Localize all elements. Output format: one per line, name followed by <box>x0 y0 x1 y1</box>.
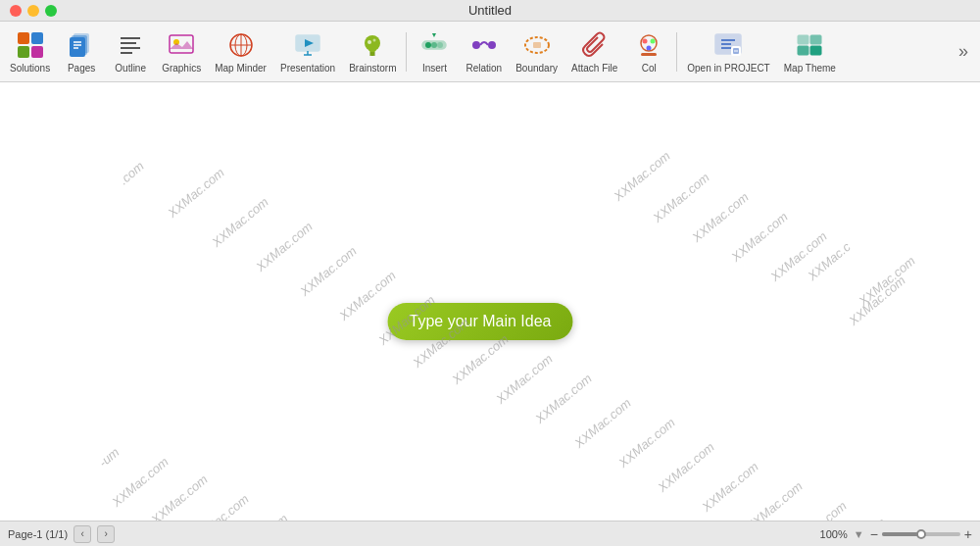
toolbar: Solutions Pages Outline <box>0 22 980 82</box>
window-controls <box>10 5 57 17</box>
svg-point-32 <box>431 42 437 48</box>
outline-icon <box>115 29 146 61</box>
svg-rect-38 <box>533 42 541 48</box>
graphics-label: Graphics <box>162 63 201 74</box>
watermark-text: XXMac.com <box>655 439 716 495</box>
svg-rect-6 <box>70 37 85 57</box>
zoom-slider-container: − + <box>870 527 972 541</box>
project-icon <box>712 29 744 61</box>
maximize-button[interactable] <box>45 5 57 17</box>
toolbar-insert[interactable]: ▼ Insert <box>411 25 458 77</box>
watermark-text: XXMac.com <box>650 170 711 225</box>
watermark-text: XXMac.com <box>787 498 849 521</box>
relation-icon <box>468 29 500 61</box>
minimize-button[interactable] <box>27 5 39 17</box>
svg-text:▼: ▼ <box>431 31 438 38</box>
watermark-text: XXMac.com <box>449 331 511 387</box>
titlebar: Untitled <box>0 0 980 22</box>
boundary-label: Boundary <box>515 63 558 74</box>
color-label: Col <box>642 63 657 74</box>
svg-point-31 <box>425 42 431 48</box>
color-icon <box>633 29 664 61</box>
bottombar: Page-1 (1/1) ‹ › 100% ▼ − + <box>0 521 980 546</box>
zoom-out-button[interactable]: − <box>870 527 878 541</box>
mapminder-icon <box>225 29 257 61</box>
watermark-text: XXMac.com <box>253 219 315 274</box>
watermark-text: XXMac.com <box>728 209 790 265</box>
toolbar-presentation[interactable]: Presentation <box>274 25 341 77</box>
watermark-text: XXMac.com <box>856 253 917 309</box>
watermark-text: XXMac.com <box>615 415 677 471</box>
attachfile-icon <box>579 29 611 61</box>
toolbar-attachfile[interactable]: Attach File <box>565 25 623 77</box>
svg-point-42 <box>647 46 652 51</box>
svg-rect-53 <box>798 46 808 55</box>
zoom-arrow-icon: ▼ <box>854 528 864 540</box>
theme-icon <box>794 29 825 61</box>
toolbar-theme[interactable]: Map Theme <box>778 25 842 77</box>
nav-prev-button[interactable]: ‹ <box>74 525 91 543</box>
toolbar-graphics[interactable]: Graphics <box>156 25 207 77</box>
watermark-text: XXMac.com <box>699 459 760 515</box>
svg-point-35 <box>472 41 480 49</box>
window-title: Untitled <box>468 3 512 18</box>
zoom-slider[interactable] <box>882 532 960 536</box>
watermark-text: XXMac.com <box>826 515 888 521</box>
svg-rect-52 <box>810 35 821 44</box>
watermark-text: XXMac.c <box>805 239 853 283</box>
central-node-text: Type your Main Idea <box>410 313 552 329</box>
toolbar-project[interactable]: Open in PROJECT <box>681 25 775 77</box>
svg-rect-51 <box>798 35 808 44</box>
watermark-text: XXMac.com <box>532 371 594 426</box>
toolbar-relation[interactable]: Relation <box>460 25 508 77</box>
watermark-text: XXMac.com <box>571 395 633 451</box>
svg-rect-43 <box>641 53 657 56</box>
mapminder-label: Map Minder <box>215 63 267 74</box>
pages-icon <box>66 29 97 61</box>
page-label: Page-1 (1/1) <box>8 528 68 540</box>
svg-point-33 <box>437 42 443 48</box>
toolbar-mapminder[interactable]: Map Minder <box>209 25 272 77</box>
toolbar-brainstorm[interactable]: Brainstorm <box>343 25 402 77</box>
svg-point-40 <box>643 39 648 44</box>
watermark-text: .com <box>116 159 146 188</box>
zoom-label: 100% <box>820 528 848 540</box>
watermark-text: XXMac.com <box>846 273 907 328</box>
relation-label: Relation <box>466 63 502 74</box>
svg-rect-14 <box>170 35 193 53</box>
toolbar-boundary[interactable]: Boundary <box>510 25 564 77</box>
insert-label: Insert <box>422 63 447 74</box>
toolbar-sep-2 <box>676 32 677 72</box>
solutions-icon <box>15 29 46 61</box>
boundary-icon <box>521 29 553 61</box>
watermark-text: XXMac.com <box>109 454 171 510</box>
presentation-icon <box>292 29 323 61</box>
central-node[interactable]: Type your Main Idea <box>388 303 573 340</box>
watermark-text: XXMac.com <box>297 243 359 299</box>
watermark-text: XXMac.com <box>743 478 805 521</box>
watermark-text: XXMac.com <box>165 165 226 221</box>
svg-rect-54 <box>810 46 821 55</box>
toolbar-outline[interactable]: Outline <box>107 25 154 77</box>
svg-point-24 <box>365 35 380 51</box>
solutions-label: Solutions <box>10 63 50 74</box>
nav-next-button[interactable]: › <box>97 525 115 543</box>
svg-point-25 <box>368 40 371 44</box>
svg-rect-0 <box>18 32 29 44</box>
watermark-text: XXMac.com <box>228 511 290 521</box>
zoom-track-fill <box>882 532 921 536</box>
toolbar-solutions[interactable]: Solutions <box>4 25 56 77</box>
close-button[interactable] <box>10 5 22 17</box>
zoom-in-button[interactable]: + <box>964 527 972 541</box>
toolbar-more-button[interactable]: » <box>951 37 976 66</box>
watermark-text: XXMac.com <box>209 194 270 250</box>
graphics-icon <box>166 29 197 61</box>
toolbar-pages[interactable]: Pages <box>58 25 105 77</box>
toolbar-sep-1 <box>406 32 407 72</box>
toolbar-color[interactable]: Col <box>625 25 672 77</box>
brainstorm-icon <box>357 29 388 61</box>
watermark-text: -um <box>96 445 122 471</box>
insert-icon: ▼ <box>418 29 450 61</box>
watermark-text: XXMac.com <box>148 472 210 521</box>
bottombar-right: 100% ▼ − + <box>820 527 972 541</box>
